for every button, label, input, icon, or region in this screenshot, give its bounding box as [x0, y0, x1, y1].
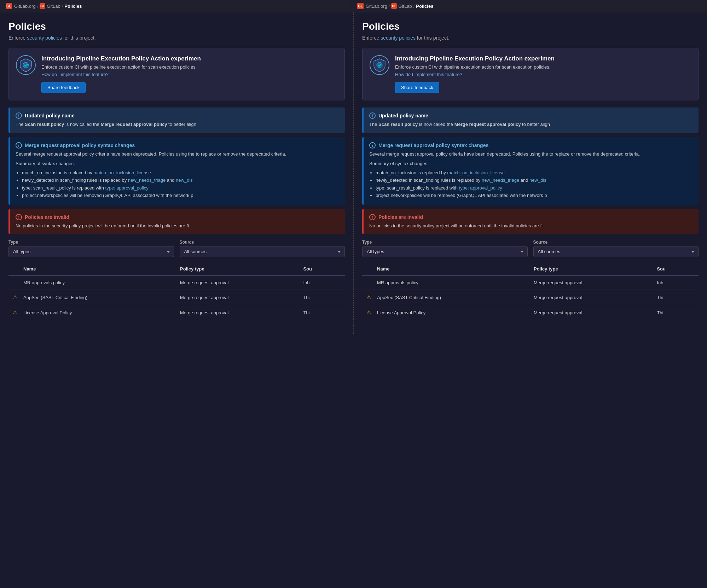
alert-body-2-left: Several merge request approval policy cr… — [16, 151, 339, 199]
link-needs-left[interactable]: new_needs_triage — [128, 177, 166, 183]
filter-type-group-right: Type All types — [362, 240, 528, 257]
breadcrumb-current-left: Policies — [64, 4, 82, 9]
info-icon-2-left: i — [16, 142, 22, 149]
row-type-2-right: Merge request approval — [529, 290, 653, 305]
alert-body-1-left: The Scan result policy is now called the… — [16, 121, 339, 128]
alert-body-3-right: No policies in the security policy proje… — [369, 222, 693, 229]
gitlab-logo-left: GL — [6, 3, 12, 9]
subtitle-link-left[interactable]: security policies — [27, 35, 62, 41]
link-needs-right[interactable]: new_needs_triage — [482, 177, 519, 183]
subtitle-end-right: for this project. — [417, 35, 450, 41]
alert-title-2-left: Merge request approval policy syntax cha… — [25, 142, 135, 148]
alert-syntax-right: i Merge request approval policy syntax c… — [362, 137, 699, 205]
alert-header-1-left: i Updated policy name — [16, 112, 339, 119]
row-name-3-left: License Approval Policy — [19, 305, 176, 320]
row-name-2-right: AppSec (SAST Critical Finding) — [373, 290, 529, 305]
row-icon-2-right: ⚠ — [362, 290, 373, 305]
filter-type-select-right[interactable]: All types — [362, 246, 528, 257]
link-approval-left[interactable]: type: approval_policy — [105, 185, 149, 191]
share-feedback-button-right[interactable]: Share feedback — [395, 82, 439, 93]
promo-content-right: Introducing Pipeline Execution Policy Ac… — [395, 55, 691, 93]
top-bar-left: GL GitLab.org / GL GitLab / Policies — [6, 3, 350, 9]
table-row: ⚠ AppSec (SAST Critical Finding) Merge r… — [362, 290, 699, 305]
sep3: / — [389, 4, 390, 9]
breadcrumb-gitlabOrg-right[interactable]: GitLab.org — [366, 4, 387, 9]
alert-header-3-left: ! Policies are invalid — [16, 214, 339, 220]
link-dis-left[interactable]: new_dis — [176, 177, 193, 183]
link-match-left[interactable]: match_on_inclusion_license — [93, 170, 151, 175]
table-right: Name Policy type Sou MR approvals policy… — [362, 263, 699, 320]
table-row: MR approvals policy Merge request approv… — [362, 275, 699, 290]
promo-content-left: Introducing Pipeline Execution Policy Ac… — [41, 55, 337, 93]
alert-title-1-left: Updated policy name — [25, 113, 75, 118]
promo-title-right: Introducing Pipeline Execution Policy Ac… — [395, 55, 691, 62]
alert-header-3-right: ! Policies are invalid — [369, 214, 693, 220]
row-source-3-right: Thi — [653, 305, 699, 320]
th-name-right: Name — [373, 263, 529, 275]
share-feedback-button-left[interactable]: Share feedback — [41, 82, 86, 93]
promo-desc-left: Enforce custom CI with pipeline executio… — [41, 64, 337, 70]
row-icon-1-right — [362, 275, 373, 290]
alert-header-1-right: i Updated policy name — [369, 112, 693, 119]
promo-desc-right: Enforce custom CI with pipeline executio… — [395, 64, 691, 70]
filter-source-label-right: Source — [533, 240, 699, 245]
breadcrumb-gitlab-right[interactable]: GitLab — [398, 4, 412, 9]
subtitle-text-right: Enforce — [362, 35, 381, 41]
breadcrumb-current-right: Policies — [416, 4, 433, 9]
breadcrumb-gitlab-left[interactable]: GitLab — [47, 4, 60, 9]
panel-right: Policies Enforce security policies for t… — [354, 12, 707, 334]
gitlab-logo-2-left: GL — [40, 3, 45, 9]
svg-point-1 — [23, 62, 29, 68]
sep4: / — [413, 4, 415, 9]
row-name-1-right: MR approvals policy — [373, 275, 529, 290]
row-source-1-left: Inh — [299, 275, 345, 290]
filters-row-right: Type All types Source All sources — [362, 240, 699, 257]
th-type-left: Policy type — [176, 263, 299, 275]
alert-title-1-right: Updated policy name — [378, 113, 428, 118]
filter-type-label-left: Type — [8, 240, 174, 245]
filter-source-group-right: Source All sources — [533, 240, 699, 257]
alert-body-3-left: No policies in the security policy proje… — [16, 222, 339, 229]
warning-icon-left: ! — [16, 214, 22, 220]
table-row: ⚠ AppSec (SAST Critical Finding) Merge r… — [8, 290, 345, 305]
promo-card-left: Introducing Pipeline Execution Policy Ac… — [8, 48, 345, 100]
alert-title-3-left: Policies are invalid — [25, 214, 69, 220]
subtitle-link-right[interactable]: security policies — [381, 35, 416, 41]
subtitle-right: Enforce security policies for this proje… — [362, 35, 699, 41]
row-source-3-left: Thi — [299, 305, 345, 320]
promo-link-left[interactable]: How do I implement this feature? — [41, 72, 337, 77]
gitlab-logo-right: GL — [357, 3, 364, 9]
top-bar-right: GL GitLab.org / GL GitLab / Policies — [350, 3, 701, 9]
row-source-2-left: Thi — [299, 290, 345, 305]
alert-invalid-right: ! Policies are invalid No policies in th… — [362, 209, 699, 234]
link-match-right[interactable]: match_on_inclusion_license — [447, 170, 505, 175]
alert-body-1-right: The Scan result policy is now called the… — [369, 121, 693, 128]
shield-icon-left — [16, 55, 36, 75]
shield-icon-right — [370, 55, 389, 75]
filter-source-select-left[interactable]: All sources — [180, 246, 345, 257]
filter-type-select-left[interactable]: All types — [8, 246, 174, 257]
alert-title-3-right: Policies are invalid — [378, 214, 423, 220]
table-row: ⚠ License Approval Policy Merge request … — [8, 305, 345, 320]
link-dis-right[interactable]: new_dis — [529, 177, 546, 183]
warning-triangle-icon-2-right: ⚠ — [366, 309, 371, 315]
row-type-3-left: Merge request approval — [176, 305, 299, 320]
warning-triangle-icon-left: ⚠ — [13, 294, 17, 300]
top-bar: GL GitLab.org / GL GitLab / Policies GL … — [0, 0, 707, 12]
filters-row-left: Type All types Source All sources — [8, 240, 345, 257]
row-type-3-right: Merge request approval — [529, 305, 653, 320]
row-source-2-right: Thi — [653, 290, 699, 305]
warning-icon-right: ! — [369, 214, 376, 220]
link-approval-right[interactable]: type: approval_policy — [459, 185, 502, 191]
alert-header-2-left: i Merge request approval policy syntax c… — [16, 142, 339, 149]
filter-source-select-right[interactable]: All sources — [533, 246, 699, 257]
page-title-left: Policies — [8, 21, 345, 32]
sep1: / — [37, 4, 39, 9]
th-type-right: Policy type — [529, 263, 653, 275]
info-icon-1-left: i — [16, 112, 22, 119]
promo-link-right[interactable]: How do I implement this feature? — [395, 72, 691, 77]
row-icon-3-left: ⚠ — [8, 305, 19, 320]
breadcrumb-gitlabOrg-left[interactable]: GitLab.org — [14, 4, 36, 9]
subtitle-end-left: for this project. — [63, 35, 96, 41]
svg-point-3 — [377, 62, 382, 68]
